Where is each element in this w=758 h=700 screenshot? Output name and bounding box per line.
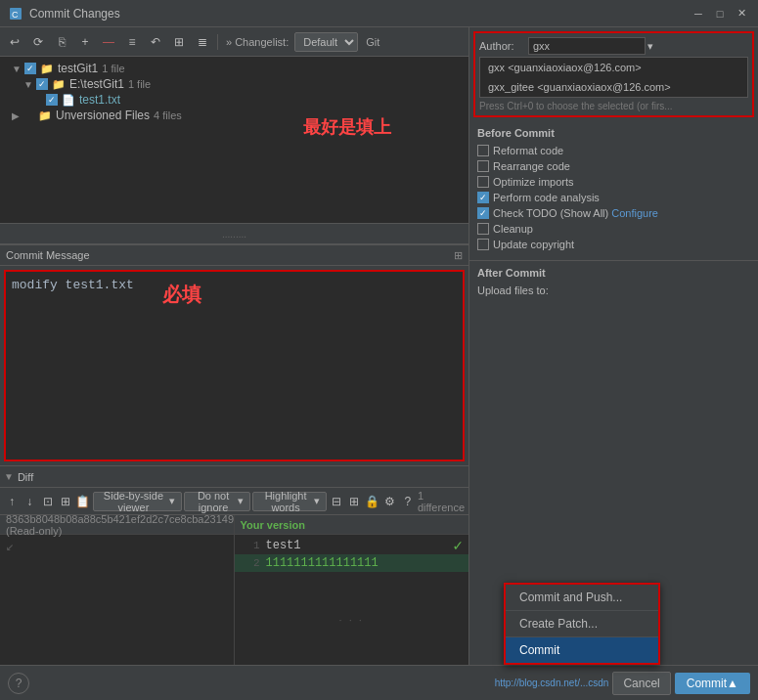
tree-row-test1txt[interactable]: ▶ ✓ 📄 test1.txt bbox=[0, 92, 468, 108]
sig-hint: Press Ctrl+0 to choose the selected (or … bbox=[479, 101, 748, 111]
tree-name-etestgit1: E:\testGit1 bbox=[69, 77, 124, 91]
line-content-1: test1 bbox=[266, 539, 301, 552]
tree-name-unversioned: Unversioned Files bbox=[56, 109, 150, 122]
viewer-mode-arrow: ▾ bbox=[169, 495, 175, 507]
line-num-1: 1 bbox=[237, 540, 260, 551]
url-text: http://blog.csdn.net/...csdn bbox=[495, 678, 609, 688]
diff-btn-3[interactable]: ⊡ bbox=[39, 492, 55, 511]
author-dropdown: gxx <guanxiaoxiaox@126.com> gxx_gitee <g… bbox=[479, 57, 748, 98]
tree-row-testgit1[interactable]: ▼ ✓ 📁 testGit1 1 file bbox=[0, 61, 468, 76]
option-row-optimize: Optimize imports bbox=[477, 176, 750, 188]
author-option-2[interactable]: gxx_gitee <guanxiaoxiaox@126.com> bbox=[480, 77, 747, 97]
toolbar-btn-7[interactable]: ≣ bbox=[192, 31, 213, 53]
cb-reformat[interactable] bbox=[477, 145, 489, 156]
svg-text:C: C bbox=[12, 10, 19, 20]
option-row-reformat: Reformat code bbox=[477, 145, 750, 156]
diff-down-btn[interactable]: ↓ bbox=[22, 492, 37, 511]
commit-button[interactable]: Commit▲ bbox=[675, 673, 750, 694]
configure-link[interactable]: Configure bbox=[611, 207, 658, 219]
option-label-reformat: Reformat code bbox=[493, 145, 563, 156]
minimize-button[interactable]: ─ bbox=[690, 5, 707, 22]
option-row-rearrange: Rearrange code bbox=[477, 160, 750, 172]
tree-arrow-2: ▼ bbox=[23, 79, 33, 90]
option-row-cleanup: Cleanup bbox=[477, 223, 750, 235]
cb-optimize[interactable] bbox=[477, 176, 489, 188]
checkbox-test1txt[interactable]: ✓ bbox=[46, 94, 58, 106]
line-num-2: 2 bbox=[237, 557, 260, 569]
toolbar-btn-undo[interactable]: ↶ bbox=[145, 31, 166, 53]
viewer-mode-btn[interactable]: Side-by-side viewer ▾ bbox=[93, 492, 182, 511]
cb-checktodo[interactable]: ✓ bbox=[477, 207, 489, 219]
toolbar-btn-1[interactable]: ↩ bbox=[4, 31, 25, 53]
cb-cleanup[interactable] bbox=[477, 223, 489, 235]
help-button[interactable]: ? bbox=[8, 673, 29, 694]
highlight-mode-btn[interactable]: Highlight words ▾ bbox=[252, 492, 326, 511]
toolbar-btn-5[interactable]: ≡ bbox=[121, 31, 143, 53]
tree-arrow-1: ▼ bbox=[12, 64, 22, 74]
upload-label: Upload files to: bbox=[477, 284, 750, 296]
ignore-mode-btn[interactable]: Do not ignore ▾ bbox=[184, 492, 251, 511]
context-menu: Commit and Push... Create Patch... Commi… bbox=[504, 583, 660, 665]
diff-header: ▼ Diff bbox=[0, 466, 468, 488]
chinese-note-top: 最好是填上 bbox=[303, 115, 391, 139]
highlight-mode-label: Highlight words bbox=[259, 490, 311, 513]
before-commit-heading: Before Commit bbox=[477, 127, 750, 139]
diff-settings-btn[interactable]: ⚙ bbox=[381, 492, 397, 511]
cancel-button[interactable]: Cancel bbox=[612, 672, 670, 695]
context-menu-commit-push[interactable]: Commit and Push... bbox=[506, 585, 658, 611]
cb-rearrange[interactable] bbox=[477, 160, 489, 172]
bottom-bar: ? http://blog.csdn.net/...csdn Cancel Co… bbox=[0, 665, 758, 700]
context-menu-commit[interactable]: Commit bbox=[506, 637, 658, 663]
cb-codeanalysis[interactable]: ✓ bbox=[477, 192, 489, 203]
diff-lock-btn[interactable]: 🔒 bbox=[364, 492, 379, 511]
window-controls: ─ □ ✕ bbox=[690, 5, 750, 22]
maximize-button[interactable]: □ bbox=[711, 5, 729, 22]
checkbox-testgit1[interactable]: ✓ bbox=[24, 63, 36, 74]
option-label-optimize: Optimize imports bbox=[493, 176, 574, 188]
divider-1: ......... bbox=[0, 223, 468, 244]
author-dropdown-arrow[interactable]: ▾ bbox=[647, 40, 653, 53]
diff-btn-5[interactable]: 📋 bbox=[75, 492, 91, 511]
checkbox-etestgit1[interactable]: ✓ bbox=[36, 78, 48, 90]
diff-btn-4[interactable]: ⊞ bbox=[58, 492, 73, 511]
close-button[interactable]: ✕ bbox=[733, 5, 750, 22]
expand-icon: ⊞ bbox=[454, 249, 463, 262]
toolbar: ↩ ⟳ ⎘ + — ≡ ↶ ⊞ ≣ » Changelist: Default … bbox=[0, 27, 468, 57]
diff-left-file: 8363b8048b08a88c5b421ef2d2c7ce8cba231493… bbox=[6, 515, 235, 537]
diff-arrow-down: ▼ bbox=[4, 471, 14, 482]
cb-copyright[interactable] bbox=[477, 239, 489, 250]
changelist-select[interactable]: Default bbox=[294, 32, 358, 52]
ignore-mode-arrow: ▾ bbox=[238, 495, 244, 507]
toolbar-btn-add[interactable]: + bbox=[74, 31, 96, 53]
commit-message-label: Commit Message bbox=[6, 249, 90, 261]
checkmark-icon: ✓ bbox=[453, 536, 463, 555]
diff-count: 1 difference bbox=[418, 490, 465, 513]
tree-name-test1txt: test1.txt bbox=[79, 93, 120, 107]
toolbar-btn-delete[interactable]: — bbox=[98, 31, 119, 53]
tree-row-etestgit1[interactable]: ▼ ✓ 📁 E:\testGit1 1 file bbox=[0, 76, 468, 92]
tree-count-1: 1 file bbox=[102, 63, 124, 74]
toolbar-btn-refresh[interactable]: ⟳ bbox=[27, 31, 49, 53]
tree-count-2: 1 file bbox=[128, 78, 151, 90]
diff-left-line-arrow: ↙ bbox=[0, 537, 234, 554]
diff-up-btn[interactable]: ↑ bbox=[4, 492, 20, 511]
option-row-codeanalysis: ✓ Perform code analysis bbox=[477, 192, 750, 203]
tree-row-unversioned[interactable]: ▶ 📁 Unversioned Files 4 files bbox=[0, 108, 468, 123]
author-option-1[interactable]: gxx <guanxiaoxiaox@126.com> bbox=[480, 58, 747, 77]
bottom-right: http://blog.csdn.net/...csdn Cancel Comm… bbox=[495, 672, 750, 695]
commit-textarea[interactable]: modify test1.txt bbox=[6, 272, 463, 459]
diff-right-line-1: 1 test1 ✓ bbox=[235, 537, 469, 554]
highlight-mode-arrow: ▾ bbox=[314, 495, 320, 507]
diff-help-btn[interactable]: ? bbox=[400, 492, 416, 511]
folder-icon-2: 📁 bbox=[52, 78, 66, 91]
commit-message-header[interactable]: Commit Message ⊞ bbox=[0, 244, 468, 266]
author-input[interactable] bbox=[528, 37, 646, 55]
toolbar-btn-copy[interactable]: ⎘ bbox=[51, 31, 72, 53]
divider-dots: ......... bbox=[222, 229, 246, 240]
toolbar-btn-6[interactable]: ⊞ bbox=[168, 31, 190, 53]
context-menu-create-patch[interactable]: Create Patch... bbox=[506, 611, 658, 637]
author-label: Author: bbox=[479, 40, 528, 52]
diff-grid-btn2[interactable]: ⊞ bbox=[346, 492, 362, 511]
diff-grid-btn1[interactable]: ⊟ bbox=[329, 492, 344, 511]
diff-left-header: 8363b8048b08a88c5b421ef2d2c7ce8cba231493… bbox=[0, 515, 234, 535]
